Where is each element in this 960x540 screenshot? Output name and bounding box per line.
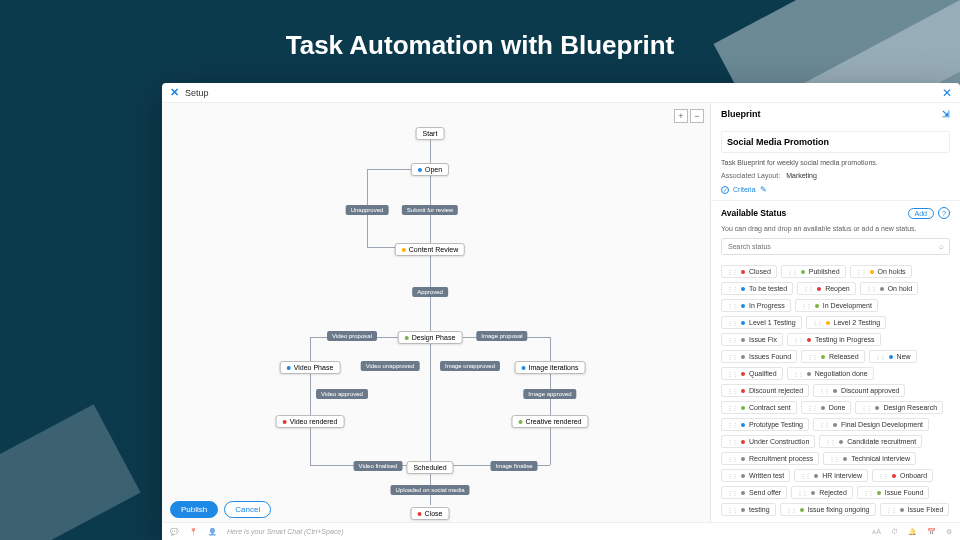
status-chip[interactable]: ⋮⋮In Development [795, 299, 878, 312]
status-chip[interactable]: ⋮⋮Done [801, 401, 852, 414]
drag-handle-icon[interactable]: ⋮⋮ [819, 421, 829, 428]
status-chip[interactable]: ⋮⋮To be tested [721, 282, 793, 295]
drag-handle-icon[interactable]: ⋮⋮ [819, 387, 829, 394]
status-chip[interactable]: ⋮⋮Reopen [797, 282, 856, 295]
drag-handle-icon[interactable]: ⋮⋮ [812, 319, 822, 326]
chat-icon[interactable]: 💬 [170, 528, 179, 536]
export-icon[interactable]: ⇲ [942, 109, 950, 119]
status-chip[interactable]: ⋮⋮Released [801, 350, 865, 363]
status-chip[interactable]: ⋮⋮On hold [860, 282, 919, 295]
status-chip[interactable]: ⋮⋮Issue Fixed [880, 503, 950, 516]
status-chip[interactable]: ⋮⋮Level 2 Testing [806, 316, 887, 329]
zoom-in-button[interactable]: + [674, 109, 688, 123]
drag-handle-icon[interactable]: ⋮⋮ [727, 438, 737, 445]
drag-handle-icon[interactable]: ⋮⋮ [786, 506, 796, 513]
node-content_review[interactable]: Content Review [395, 243, 465, 256]
drag-handle-icon[interactable]: ⋮⋮ [727, 472, 737, 479]
status-chip[interactable]: ⋮⋮Candidate recruitment [819, 435, 922, 448]
status-chip[interactable]: ⋮⋮Rejected [791, 486, 853, 499]
drag-handle-icon[interactable]: ⋮⋮ [878, 472, 888, 479]
edge-label[interactable]: Video proposal [327, 331, 377, 341]
drag-handle-icon[interactable]: ⋮⋮ [800, 472, 810, 479]
node-scheduled[interactable]: Scheduled [406, 461, 453, 474]
blueprint-canvas[interactable]: + − Publish Cancel StartOpenContent Revi… [162, 103, 710, 522]
edge-label[interactable]: Image approved [523, 389, 576, 399]
edge-label[interactable]: Unapproved [346, 205, 389, 215]
add-status-button[interactable]: Add [908, 208, 934, 219]
status-chip[interactable]: ⋮⋮testing [721, 503, 776, 516]
drag-handle-icon[interactable]: ⋮⋮ [863, 489, 873, 496]
drag-handle-icon[interactable]: ⋮⋮ [801, 302, 811, 309]
drag-handle-icon[interactable]: ⋮⋮ [727, 285, 737, 292]
edge-label[interactable]: Video unapproved [361, 361, 420, 371]
status-chip[interactable]: ⋮⋮Written test [721, 469, 790, 482]
zoom-out-button[interactable]: − [690, 109, 704, 123]
status-chip[interactable]: ⋮⋮Send offer [721, 486, 787, 499]
status-chip[interactable]: ⋮⋮Contract sent [721, 401, 797, 414]
drag-handle-icon[interactable]: ⋮⋮ [727, 404, 737, 411]
search-status-input[interactable] [721, 238, 950, 255]
node-creative_rendered[interactable]: Creative rendered [511, 415, 588, 428]
status-chip[interactable]: ⋮⋮New [869, 350, 917, 363]
edge-label[interactable]: Approved [412, 287, 448, 297]
status-chip[interactable]: ⋮⋮Final Design Development [813, 418, 929, 431]
status-chip[interactable]: ⋮⋮Negotiation done [787, 367, 874, 380]
drag-handle-icon[interactable]: ⋮⋮ [727, 370, 737, 377]
text-icon[interactable]: ᴀA [872, 528, 881, 536]
status-chip[interactable]: ⋮⋮Closed [721, 265, 777, 278]
drag-handle-icon[interactable]: ⋮⋮ [727, 489, 737, 496]
drag-handle-icon[interactable]: ⋮⋮ [727, 353, 737, 360]
drag-handle-icon[interactable]: ⋮⋮ [727, 319, 737, 326]
edit-icon[interactable]: ✎ [760, 185, 767, 194]
node-video_rendered[interactable]: Video rendered [276, 415, 345, 428]
drag-handle-icon[interactable]: ⋮⋮ [875, 353, 885, 360]
drag-handle-icon[interactable]: ⋮⋮ [727, 302, 737, 309]
edge-label[interactable]: Image finalise [490, 461, 537, 471]
node-image_iterations[interactable]: Image iterations [515, 361, 586, 374]
status-chip[interactable]: ⋮⋮Testing in Progress [787, 333, 881, 346]
status-chip[interactable]: ⋮⋮In Progress [721, 299, 791, 312]
drag-handle-icon[interactable]: ⋮⋮ [807, 404, 817, 411]
publish-button[interactable]: Publish [170, 501, 218, 518]
edge-label[interactable]: Image proposal [476, 331, 527, 341]
drag-handle-icon[interactable]: ⋮⋮ [829, 455, 839, 462]
drag-handle-icon[interactable]: ⋮⋮ [825, 438, 835, 445]
status-chip[interactable]: ⋮⋮Onboard [872, 469, 933, 482]
drag-handle-icon[interactable]: ⋮⋮ [727, 387, 737, 394]
node-design_phase[interactable]: Design Phase [398, 331, 463, 344]
status-chip[interactable]: ⋮⋮Discount rejected [721, 384, 809, 397]
status-chip[interactable]: ⋮⋮Prototype Testing [721, 418, 809, 431]
drag-handle-icon[interactable]: ⋮⋮ [803, 285, 813, 292]
status-chip[interactable]: ⋮⋮Issues Found [721, 350, 797, 363]
status-chip[interactable]: ⋮⋮Issue Found [857, 486, 930, 499]
status-chip[interactable]: ⋮⋮Discount approved [813, 384, 905, 397]
drag-handle-icon[interactable]: ⋮⋮ [856, 268, 866, 275]
status-chip[interactable]: ⋮⋮Issue Fix [721, 333, 783, 346]
status-chip[interactable]: ⋮⋮HR interview [794, 469, 868, 482]
cancel-button[interactable]: Cancel [224, 501, 271, 518]
timer-icon[interactable]: ⏱ [891, 528, 898, 535]
drag-handle-icon[interactable]: ⋮⋮ [727, 506, 737, 513]
drag-handle-icon[interactable]: ⋮⋮ [797, 489, 807, 496]
drag-handle-icon[interactable]: ⋮⋮ [727, 455, 737, 462]
drag-handle-icon[interactable]: ⋮⋮ [727, 421, 737, 428]
blueprint-name-input[interactable] [721, 131, 950, 153]
bell-icon[interactable]: 🔔 [908, 528, 917, 536]
drag-handle-icon[interactable]: ⋮⋮ [886, 506, 896, 513]
drag-handle-icon[interactable]: ⋮⋮ [727, 268, 737, 275]
status-chip[interactable]: ⋮⋮Published [781, 265, 846, 278]
node-close[interactable]: Close [411, 507, 450, 520]
node-video_phase[interactable]: Video Phase [280, 361, 341, 374]
drag-handle-icon[interactable]: ⋮⋮ [866, 285, 876, 292]
pin-icon[interactable]: 📍 [189, 528, 198, 536]
drag-handle-icon[interactable]: ⋮⋮ [793, 336, 803, 343]
drag-handle-icon[interactable]: ⋮⋮ [793, 370, 803, 377]
status-chip[interactable]: ⋮⋮Issue fixing ongoing [780, 503, 876, 516]
user-icon[interactable]: 👤 [208, 528, 217, 536]
edge-label[interactable]: Uploaded on social media [390, 485, 469, 495]
close-icon[interactable]: ✕ [942, 86, 952, 100]
status-chip[interactable]: ⋮⋮Design Research [855, 401, 943, 414]
status-chip[interactable]: ⋮⋮Under Construction [721, 435, 815, 448]
edge-label[interactable]: Video finalised [354, 461, 403, 471]
status-chip[interactable]: ⋮⋮On holds [850, 265, 912, 278]
